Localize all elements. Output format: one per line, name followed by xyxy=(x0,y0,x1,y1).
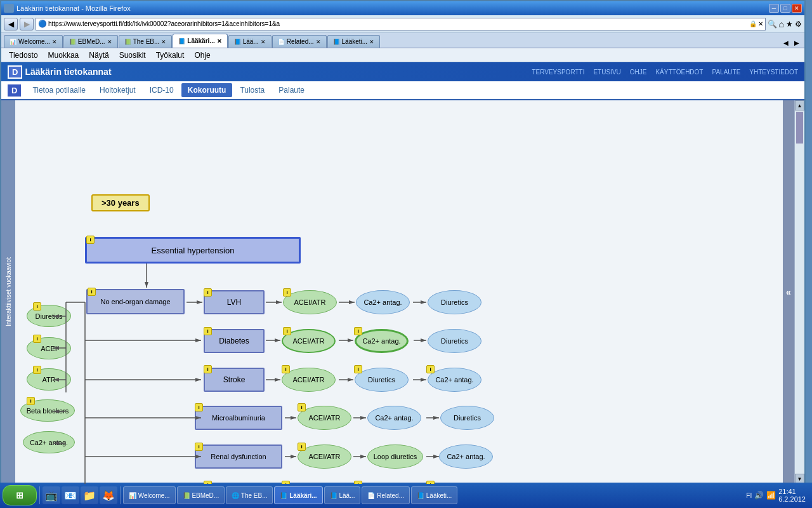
info-badge-chf-diuretics[interactable]: i xyxy=(354,481,362,484)
taskbar-btn-1[interactable]: 📊 Welcome... xyxy=(123,486,176,504)
menu-muokkaa[interactable]: Muokkaa xyxy=(43,50,84,61)
info-badge-stroke[interactable]: i xyxy=(204,365,212,373)
quick-launch-3[interactable]: 📁 xyxy=(81,486,98,504)
maximize-btn[interactable]: □ xyxy=(780,4,790,13)
tab-nav-right[interactable]: ▶ xyxy=(792,37,802,48)
forward-btn[interactable]: ▶ xyxy=(20,18,34,30)
site-logo: D Lääkärin tietokannat xyxy=(8,65,112,79)
info-badge-diabetes-ca2[interactable]: i xyxy=(354,327,362,335)
favicon: 🔵 xyxy=(38,20,47,28)
taskbar-btn-5[interactable]: 📘 Lää... xyxy=(324,486,361,504)
info-badge-chf[interactable]: i xyxy=(204,481,212,484)
collapse-arrow[interactable]: « xyxy=(786,287,791,297)
tab-laakari[interactable]: 📘Lääkäri...✕ xyxy=(173,34,227,48)
info-badge-stroke-diuretics[interactable]: i xyxy=(354,365,362,373)
scrollbar: ▲ ▼ xyxy=(794,100,804,484)
nav-yhteystiedot[interactable]: YHTEYSTIEDOT xyxy=(749,69,798,76)
bookmark-icon[interactable]: ★ xyxy=(786,20,793,29)
tab-ebmed[interactable]: 📗EBMeD...✕ xyxy=(63,35,118,48)
tab-related[interactable]: 📄Related...✕ xyxy=(272,35,327,48)
right-panel: « xyxy=(783,100,794,484)
info-badge-l-acei[interactable]: i xyxy=(33,335,41,343)
lvh-box[interactable]: LVH xyxy=(204,290,265,314)
sec-nav-palaute[interactable]: Palaute xyxy=(272,83,311,97)
scroll-thumb[interactable] xyxy=(796,112,803,144)
info-badge-renal-acei[interactable]: i xyxy=(298,443,306,451)
minimize-btn[interactable]: ─ xyxy=(769,4,779,13)
nav-kayttoehdot[interactable]: KÄYTTÖEHDOT xyxy=(655,69,703,76)
menu-ohje[interactable]: Ohje xyxy=(189,50,215,61)
info-badge-no-end-organ[interactable]: i xyxy=(88,288,96,296)
essential-hypertension-box[interactable]: Essential hypertension xyxy=(85,237,301,264)
address-input[interactable] xyxy=(48,20,748,27)
no-end-organ-box[interactable]: No end-organ damage xyxy=(86,289,185,314)
start-button[interactable]: ⊞ xyxy=(3,485,37,505)
nav-ohje[interactable]: OHJE xyxy=(630,69,647,76)
lvh-ca2: Ca2+ antag. xyxy=(356,290,410,314)
tray-icon-2: 📶 xyxy=(766,491,776,500)
tab-laa[interactable]: 📘Lää...✕ xyxy=(228,35,272,48)
microalbuminuria-box[interactable]: Microalbuminuria xyxy=(195,406,282,430)
left-ca2-antag: Ca2+ antag. xyxy=(23,431,75,453)
taskbar-btn-3[interactable]: 🌐 The EB... xyxy=(226,486,273,504)
info-badge-lvh-acei[interactable]: i xyxy=(283,288,291,297)
quick-launch-1[interactable]: 📺 xyxy=(43,486,60,504)
nav-etusivu[interactable]: ETUSIVU xyxy=(593,69,620,76)
info-badge-l-atr[interactable]: i xyxy=(33,366,41,374)
info-badge-essential[interactable]: i xyxy=(86,236,95,244)
info-badge-l-diuretics[interactable]: i xyxy=(33,302,41,311)
taskbar-btn-4[interactable]: 📘 Lääkäri... xyxy=(274,486,322,504)
tab-theeb[interactable]: 📗The EB...✕ xyxy=(119,35,173,48)
sec-nav-kokoruutu[interactable]: Kokoruutu xyxy=(181,83,233,97)
quick-launch-2[interactable]: 📧 xyxy=(62,486,79,504)
info-badge-chf-acei[interactable]: i xyxy=(282,481,290,484)
menu-tyokalut[interactable]: Työkalut xyxy=(151,50,190,61)
content-area: >30 years Essential hypertension i No en… xyxy=(15,100,783,484)
renal-dysfunction-box[interactable]: Renal dysfunction xyxy=(195,444,282,469)
scroll-track[interactable] xyxy=(795,110,804,474)
security-icon: 🔒 xyxy=(749,20,757,27)
system-tray: FI 🔊 📶 21:416.2.2012 xyxy=(742,488,809,503)
menu-tiedosto[interactable]: Tiedosto xyxy=(4,50,43,61)
info-badge-stroke-ca2[interactable]: i xyxy=(426,365,435,373)
taskbar-btn-2[interactable]: 📗 EBMeD... xyxy=(177,486,225,504)
info-badge-micro-acei[interactable]: i xyxy=(298,403,306,411)
micro-diuretics: Diuretics xyxy=(440,406,494,430)
taskbar-btn-6[interactable]: 📄 Related... xyxy=(362,486,410,504)
close-url-icon[interactable]: ✕ xyxy=(758,20,763,27)
info-badge-diabetes[interactable]: i xyxy=(204,327,212,335)
quick-launch-4[interactable]: 🦊 xyxy=(100,486,117,504)
micro-ca2: Ca2+ antag. xyxy=(367,406,421,430)
diabetes-box[interactable]: Diabetes xyxy=(204,329,265,353)
sec-nav-icd10[interactable]: ICD-10 xyxy=(143,83,180,97)
info-badge-micro[interactable]: i xyxy=(195,403,203,411)
diabetes-diuretics: Diuretics xyxy=(428,329,481,353)
info-badge-diabetes-acei[interactable]: i xyxy=(283,327,291,335)
age-label: >30 years xyxy=(91,194,150,211)
stroke-ca2: Ca2+ antag. xyxy=(428,368,481,392)
home-icon[interactable]: ⌂ xyxy=(779,19,784,29)
info-badge-renal[interactable]: i xyxy=(195,443,203,451)
tab-welcome[interactable]: 📊Welcome...✕ xyxy=(4,35,63,48)
side-tab[interactable]: Interaktiiviset vuokaaviot xyxy=(1,100,15,484)
scroll-up-btn[interactable]: ▲ xyxy=(795,100,804,110)
tray-icon-1: 🔊 xyxy=(754,491,764,500)
tab-nav-left[interactable]: ◀ xyxy=(781,37,791,48)
close-btn[interactable]: ✕ xyxy=(792,4,802,13)
nav-palaute[interactable]: PALAUTE xyxy=(712,69,740,76)
back-btn[interactable]: ◀ xyxy=(4,18,18,30)
settings-icon[interactable]: ⚙ xyxy=(795,20,802,29)
sec-nav-hoitoketjut[interactable]: Hoitoketjut xyxy=(93,83,142,97)
sec-nav-tulosta[interactable]: Tulosta xyxy=(233,83,271,97)
menu-suosikit[interactable]: Suosikit xyxy=(114,50,151,61)
stroke-box[interactable]: Stroke xyxy=(204,368,265,392)
info-badge-chf-beta[interactable]: i xyxy=(426,481,435,484)
info-badge-lvh[interactable]: i xyxy=(204,288,212,297)
sec-nav-tietoa[interactable]: Tietoa potilaalle xyxy=(26,83,92,97)
info-badge-l-beta[interactable]: i xyxy=(27,397,35,405)
menu-nayta[interactable]: Näytä xyxy=(84,50,114,61)
taskbar-btn-7[interactable]: 📘 Lääketi... xyxy=(411,486,457,504)
info-badge-stroke-acei[interactable]: i xyxy=(282,365,290,373)
tab-laaketi[interactable]: 📘Lääketi...✕ xyxy=(327,35,381,48)
nav-terveysportti[interactable]: TERVEYSPORTTI xyxy=(532,69,584,76)
